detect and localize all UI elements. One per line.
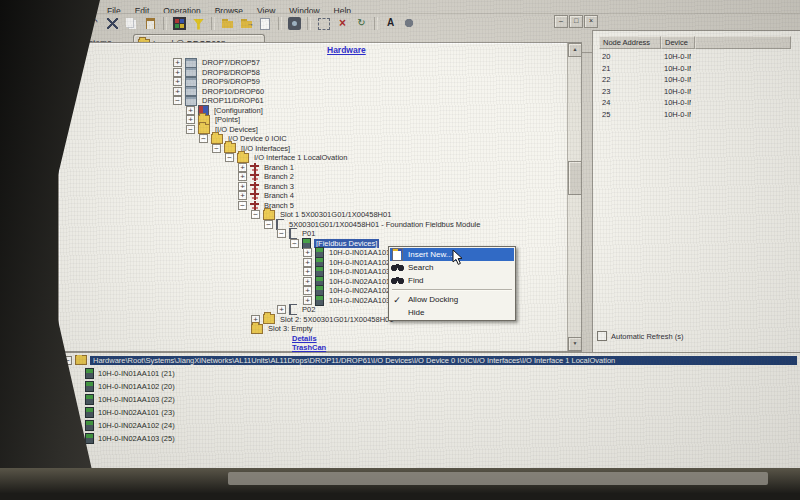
expander-icon[interactable]: +	[238, 182, 247, 191]
tree-item[interactable]: +DROP9/DROP59	[173, 77, 262, 86]
tree-item[interactable]: −[Fieldbus Devices]	[290, 239, 379, 248]
expander-icon[interactable]: +	[238, 191, 247, 200]
toolbar-button-cut[interactable]	[104, 15, 121, 32]
expander-icon[interactable]: −	[186, 125, 195, 134]
expander-icon[interactable]: −	[238, 201, 247, 210]
context-menu-item-find[interactable]: Find	[390, 274, 514, 287]
device-list-item[interactable]: 10H-0-IN02AA101 (23)	[85, 407, 175, 417]
scroll-down-icon[interactable]: ▼	[568, 337, 582, 351]
tree-item[interactable]: +[Configuration]	[186, 106, 265, 115]
toolbar-button-copy[interactable]	[123, 15, 140, 32]
expander-icon[interactable]: +	[277, 305, 286, 314]
tree-item[interactable]: +DROP7/DROP57	[173, 58, 262, 67]
tree-link-trashcan[interactable]: TrashCan	[290, 343, 328, 352]
expander-icon[interactable]: +	[186, 106, 195, 115]
toolbar-button-copypage[interactable]	[257, 15, 274, 32]
column-header-filler[interactable]	[695, 36, 791, 49]
tree-item[interactable]: +10H-0-IN02AA103	[303, 296, 392, 305]
tree-item[interactable]: +[Points]	[186, 115, 242, 124]
expander-icon[interactable]: +	[173, 77, 182, 86]
toolbar-button-font[interactable]	[382, 15, 399, 32]
toolbar-button-image[interactable]	[171, 15, 188, 32]
tree-item[interactable]: +DROP10/DROP60	[173, 87, 266, 96]
tree-item-label: P02	[300, 305, 317, 314]
expander-icon[interactable]: +	[303, 258, 312, 267]
tree-item[interactable]: −[I/O Devices]	[186, 125, 260, 134]
expander-icon[interactable]: +	[238, 172, 247, 181]
tree-item[interactable]: +Branch 2	[238, 172, 296, 181]
checkbox-icon[interactable]	[597, 331, 607, 341]
expander-icon[interactable]: +	[303, 267, 312, 276]
expander-icon[interactable]: +	[186, 115, 195, 124]
table-row[interactable]: 2210H-0-IN01AA103	[599, 74, 691, 85]
toolbar-button-export[interactable]	[238, 15, 255, 32]
device-list-item[interactable]: 10H-0-IN02AA102 (24)	[85, 420, 175, 430]
toolbar-button-select[interactable]	[315, 15, 332, 32]
tree-item-label: 5X00301G01/1X00458H01 - Foundation Field…	[287, 220, 482, 229]
restore-button[interactable]: □	[569, 15, 583, 28]
tree-item[interactable]: −[I/O Interfaces]	[212, 144, 292, 153]
toolbar-button-folder[interactable]	[219, 15, 236, 32]
expander-icon[interactable]: −	[277, 229, 286, 238]
toolbar-button-delete[interactable]	[334, 15, 351, 32]
expander-icon[interactable]: −	[251, 210, 260, 219]
folder-icon	[211, 134, 223, 144]
minimize-button[interactable]: –	[554, 15, 568, 28]
table-row[interactable]: 2310H-0-IN02AA101	[599, 86, 691, 97]
automatic-refresh[interactable]: Automatic Refresh (s)	[597, 331, 684, 341]
expander-icon[interactable]: −	[212, 144, 221, 153]
toolbar-button-filter[interactable]	[190, 15, 207, 32]
mouse-cursor	[452, 249, 465, 266]
expander-icon[interactable]: +	[173, 87, 182, 96]
device-list-item[interactable]: 10H-0-IN02AA103 (25)	[85, 433, 175, 443]
expander-icon[interactable]: +	[303, 248, 312, 257]
hardware-link[interactable]: Hardware	[327, 45, 366, 55]
tree-item[interactable]: −P01	[277, 229, 317, 238]
device-list-item[interactable]: 10H-0-IN01AA101 (21)	[85, 368, 175, 378]
tree-item[interactable]: −Slot 1 5X00301G01/1X00458H01	[251, 210, 393, 219]
expander-icon[interactable]: −	[290, 239, 299, 248]
toolbar-button-camera[interactable]	[286, 15, 303, 32]
expander-icon[interactable]: +	[303, 277, 312, 286]
tree-item[interactable]: +Branch 1	[238, 163, 296, 172]
tree-item[interactable]: −I/O Device 0 IOIC	[199, 134, 289, 143]
tree-item[interactable]: +Branch 3	[238, 182, 296, 191]
table-row[interactable]: 2410H-0-IN02AA102	[599, 97, 691, 108]
toolbar-button-tool[interactable]	[401, 15, 418, 32]
expander-icon[interactable]: +	[303, 296, 312, 305]
expander-icon[interactable]: −	[225, 153, 234, 162]
tree-item[interactable]: Slot 3: Empty	[251, 324, 315, 333]
expander-icon[interactable]: −	[199, 134, 208, 143]
tree-item[interactable]: +P02	[277, 305, 317, 314]
device-cell: 10H-0-IN01AA103	[661, 74, 691, 85]
toolbar-button-refresh[interactable]	[353, 15, 370, 32]
expander-icon[interactable]: +	[303, 286, 312, 295]
tree-item[interactable]: −DROP11/DROP61	[173, 96, 266, 105]
hardware-path-root[interactable]: − Hardware\Root\Systems\JiangXiNetworks\…	[63, 355, 797, 365]
expander-icon[interactable]: +	[173, 68, 182, 77]
context-menu-item-allow-docking[interactable]: ✓Allow Docking	[390, 293, 514, 306]
toolbar-separator	[307, 17, 311, 30]
column-header-node-address[interactable]: Node Address	[599, 36, 661, 49]
expander-icon[interactable]: +	[238, 163, 247, 172]
context-menu-item-hide[interactable]: Hide	[390, 306, 514, 319]
scrollbar-thumb[interactable]	[568, 161, 582, 195]
expander-icon[interactable]: −	[173, 96, 182, 105]
table-row[interactable]: 2010H-0-IN01AA102	[599, 51, 691, 62]
toolbar-button-paste[interactable]	[142, 15, 159, 32]
tree-item[interactable]: +Branch 4	[238, 191, 296, 200]
tree-item[interactable]: +Slot 2: 5X00301G01/1X00458H01	[251, 315, 395, 324]
device-list-item[interactable]: 10H-0-IN01AA103 (22)	[85, 394, 175, 404]
tree-item[interactable]: −I/O Interface 1 LocalOvation	[225, 153, 349, 162]
table-row[interactable]: 2510H-0-IN02AA103	[599, 109, 691, 120]
scroll-up-icon[interactable]: ▲	[568, 43, 582, 57]
expander-icon[interactable]: +	[173, 58, 182, 67]
close-button[interactable]: ×	[584, 15, 598, 28]
tree-item[interactable]: +DROP8/DROP58	[173, 68, 262, 77]
tree-link-details[interactable]: Details	[290, 334, 319, 343]
device-list-item[interactable]: 10H-0-IN01AA102 (20)	[85, 381, 175, 391]
expander-icon[interactable]: −	[264, 220, 273, 229]
scrollbar[interactable]: ▲ ▼	[567, 43, 581, 351]
column-header-device[interactable]: Device	[661, 36, 695, 49]
table-row[interactable]: 2110H-0-IN01AA101	[599, 63, 691, 74]
